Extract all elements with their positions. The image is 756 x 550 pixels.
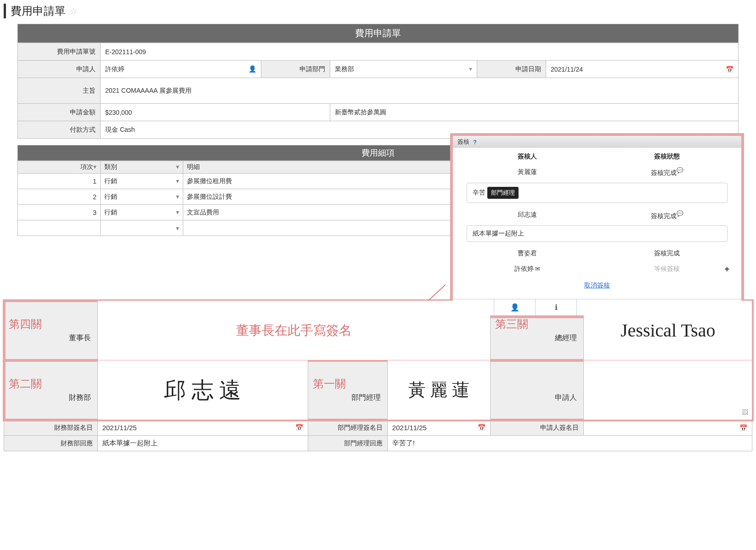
- fin-date-label: 財務部簽名日: [4, 420, 98, 436]
- signature-table: 第四關 董事長 董事長在此手寫簽名 第三關 總經理 Jessical Tsao …: [4, 300, 752, 451]
- stage1-label: 第一關 部門經理: [308, 360, 387, 420]
- stage4-label: 第四關 董事長: [4, 301, 98, 360]
- approval-row: 黃麗蓮 簽核完成💬: [457, 163, 737, 181]
- approval-row: 許依婷 ✉ 等候簽核 +: [457, 261, 737, 277]
- signer-status: 簽核完成: [597, 249, 737, 258]
- value-amount[interactable]: $230,000: [101, 104, 330, 121]
- value-apply-date[interactable]: 2021/11/24 📅: [546, 61, 739, 78]
- col-cat[interactable]: 類別▾: [101, 161, 183, 174]
- popup-header: 簽核 ?: [453, 136, 741, 148]
- approval-popup: 簽核 ? 簽核人 簽核狀態 黃麗蓮 簽核完成💬 辛苦部門經理 邱志遠 簽核完成💬…: [450, 133, 744, 318]
- label-amount: 申請金額: [18, 104, 101, 121]
- calendar-icon: 📅: [726, 66, 733, 73]
- help-icon[interactable]: ?: [473, 139, 477, 146]
- label-pay-method: 付款方式: [18, 121, 101, 139]
- signer-status: 簽核完成💬: [597, 167, 737, 177]
- fin-date-value[interactable]: 2021/11/25📅: [97, 420, 308, 436]
- value-applicant[interactable]: 許依婷 👤: [101, 61, 261, 78]
- value-amount-cn: 新臺幣貳拾參萬圓: [330, 104, 739, 121]
- page-title-row: 費用申請單 ☆: [4, 4, 752, 18]
- fin-resp-label: 財務部回應: [4, 436, 98, 451]
- add-approver-icon[interactable]: +: [724, 264, 729, 274]
- applicant-text: 許依婷: [105, 65, 124, 73]
- signature-area: 第四關 董事長 董事長在此手寫簽名 第三關 總經理 Jessical Tsao …: [4, 300, 752, 451]
- mgr-resp-label: 部門經理回應: [308, 436, 387, 451]
- calendar-icon: 📅: [295, 424, 303, 431]
- applicant-label: 申請人: [490, 360, 584, 420]
- approval-columns: 簽核人 簽核狀態: [457, 150, 737, 163]
- value-subject[interactable]: 2021 COMAAAAA 展參展費用: [101, 78, 739, 104]
- form-table: 費用申請單號 E-202111-009 申請人 許依婷 👤 申請部門 業務部 ▾…: [17, 43, 739, 139]
- calendar-icon: 📅: [478, 424, 485, 431]
- tab-user-icon[interactable]: 👤: [494, 299, 536, 315]
- stage2-label: 第二關 財務部: [4, 360, 98, 420]
- value-form-no: E-202111-009: [101, 43, 739, 61]
- approval-note: 紙本單據一起附上: [467, 225, 728, 242]
- signer-name: 邱志遠: [457, 211, 597, 219]
- chevron-down-icon: ▾: [176, 208, 179, 216]
- applicant-signature[interactable]: 🖼: [584, 360, 752, 420]
- mgr-date-value[interactable]: 2021/11/25📅: [387, 420, 490, 436]
- image-placeholder-icon: 🖼: [742, 409, 748, 416]
- signer-name: 許依婷 ✉: [457, 265, 597, 273]
- stage3-signature[interactable]: Jessical Tsao: [584, 301, 752, 360]
- envelope-icon[interactable]: ✉: [535, 265, 540, 272]
- signer-name: 黃麗蓮: [457, 168, 597, 176]
- sort-icon: ▾: [176, 163, 179, 170]
- label-form-no: 費用申請單號: [18, 43, 101, 61]
- stage4-signature[interactable]: 董事長在此手寫簽名: [97, 301, 490, 360]
- comment-icon[interactable]: 💬: [677, 167, 683, 174]
- col-status: 簽核狀態: [597, 152, 737, 161]
- signer-name: 曹姿君: [457, 249, 597, 258]
- apply-date-text: 2021/11/24: [551, 66, 583, 73]
- mgr-resp-value[interactable]: 辛苦了!: [387, 436, 752, 451]
- signer-status: 等候簽核: [597, 265, 737, 273]
- calendar-icon: 📅: [739, 424, 747, 432]
- label-applicant: 申請人: [18, 61, 101, 78]
- col-idx[interactable]: 項次▾: [18, 161, 101, 174]
- cancel-approval[interactable]: 取消簽核: [457, 277, 737, 294]
- role-tooltip: 部門經理: [487, 187, 519, 199]
- col-signer: 簽核人: [457, 152, 597, 161]
- dept-text: 業務部: [335, 65, 354, 73]
- stage1-signature[interactable]: 黃 麗 蓮: [387, 360, 490, 420]
- chevron-down-icon: ▾: [176, 224, 179, 232]
- sort-icon: ▾: [93, 163, 96, 170]
- person-icon: 👤: [248, 65, 256, 73]
- label-dept: 申請部門: [261, 61, 330, 78]
- mgr-date-label: 部門經理簽名日: [308, 420, 387, 436]
- fin-resp-value[interactable]: 紙本單據一起附上: [97, 436, 308, 451]
- comment-icon[interactable]: 💬: [677, 210, 683, 217]
- app-date-label: 申請人簽名日: [490, 420, 584, 436]
- app-date-value[interactable]: 📅: [584, 420, 752, 436]
- signer-status: 簽核完成💬: [597, 210, 737, 220]
- stage2-signature[interactable]: 邱 志 遠: [97, 360, 308, 420]
- page-title: 費用申請單: [11, 4, 66, 18]
- tab-info-icon[interactable]: ℹ: [536, 299, 577, 315]
- value-dept[interactable]: 業務部 ▾: [330, 61, 477, 78]
- popup-title: 簽核: [457, 138, 469, 146]
- favorite-star-icon[interactable]: ☆: [69, 6, 78, 17]
- form-header: 費用申請單: [17, 24, 739, 43]
- label-subject: 主旨: [18, 78, 101, 104]
- approval-note: 辛苦部門經理: [467, 183, 728, 203]
- chevron-down-icon: ▾: [176, 177, 179, 185]
- label-apply-date: 申請日期: [477, 61, 546, 78]
- chevron-down-icon: ▾: [469, 65, 472, 73]
- chevron-down-icon: ▾: [176, 193, 179, 200]
- approval-row: 曹姿君 簽核完成: [457, 246, 737, 261]
- approval-row: 邱志遠 簽核完成💬: [457, 207, 737, 224]
